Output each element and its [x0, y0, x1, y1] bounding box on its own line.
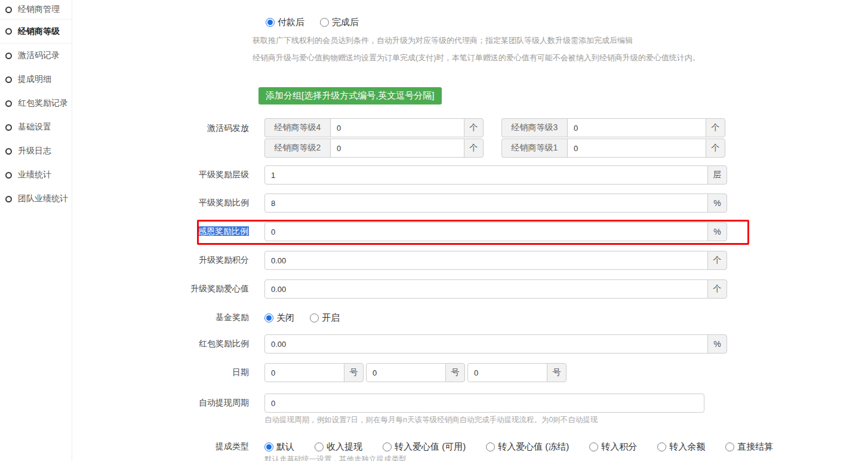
commission-type-help-text: 默认走基础统一设置，其他走独立提成类型 — [264, 454, 868, 461]
peer-reward-level-group: 层 — [264, 165, 727, 185]
fund-reward-radio-group: 关闭 开启 — [264, 312, 340, 323]
activation-code-label: 激活码发放 — [72, 123, 264, 134]
level2-prefix-label: 经销商等级2 — [264, 139, 330, 158]
unit-suffix: 个 — [706, 118, 725, 137]
sidebar: 经销商管理 经销商等级 激活码记录 提成明细 红包奖励记录 基础设置 升级日志 … — [0, 0, 72, 461]
peer-reward-ratio-input[interactable] — [264, 193, 708, 213]
upgrade-reward-love-group: 个 — [264, 279, 727, 299]
circle-icon — [5, 28, 12, 35]
circle-icon — [5, 76, 12, 83]
upgrade-reward-love-label: 升级奖励爱心值 — [72, 284, 264, 294]
sidebar-item-team-performance-stats[interactable]: 团队业绩统计 — [0, 187, 72, 211]
redpacket-reward-ratio-label: 红包奖励比例 — [72, 339, 264, 349]
circle-icon — [5, 124, 12, 131]
sidebar-item-label: 基础设置 — [18, 122, 51, 133]
peer-reward-level-input[interactable] — [264, 165, 708, 185]
sidebar-item-label: 经销商等级 — [18, 26, 60, 37]
radio-commission-balance[interactable]: 转入余额 — [657, 441, 705, 453]
auto-withdraw-cycle-group — [264, 394, 704, 413]
radio-after-payment-input[interactable] — [266, 18, 275, 27]
selected-label-highlight: 感恩奖励比例 — [198, 226, 249, 236]
day-suffix: 号 — [445, 363, 465, 382]
radio-commission-love-available[interactable]: 转入爱心值 (可用) — [383, 441, 466, 453]
radio-commission-income-withdraw-input[interactable] — [315, 442, 324, 451]
circle-icon — [5, 196, 12, 202]
radio-fund-on-input[interactable] — [310, 314, 319, 322]
level3-input[interactable] — [567, 118, 706, 137]
radio-commission-love-frozen-input[interactable] — [486, 442, 495, 451]
circle-icon — [5, 148, 12, 155]
circle-icon — [5, 100, 12, 107]
commission-type-radio-group: 默认 收入提现 转入爱心值 (可用) 转入爱心值 (冻结) 转入积分 转入余额 — [264, 441, 773, 452]
sidebar-item-label: 业绩统计 — [18, 170, 51, 180]
percent-suffix: % — [707, 222, 727, 241]
radio-fund-off[interactable]: 关闭 — [264, 312, 294, 324]
radio-commission-direct-settle-input[interactable] — [725, 442, 734, 451]
upgrade-help-text-1: 获取推广下线权利的会员达到条件，自动升级为对应等级的代理商；指定某团队等级人数升… — [253, 35, 868, 44]
sidebar-item-label: 激活码记录 — [18, 50, 60, 61]
sidebar-item-dealer-management[interactable]: 经销商管理 — [0, 0, 72, 20]
sidebar-item-label: 团队业绩统计 — [18, 193, 68, 204]
sidebar-item-dealer-level[interactable]: 经销商等级 — [0, 20, 72, 44]
layer-suffix: 层 — [707, 165, 727, 185]
date-input-2[interactable] — [366, 363, 446, 382]
sidebar-item-redpacket-records[interactable]: 红包奖励记录 — [0, 91, 72, 115]
upgrade-reward-love-input[interactable] — [264, 279, 708, 299]
sidebar-item-commission-detail[interactable]: 提成明细 — [0, 67, 72, 91]
radio-label: 转入余额 — [669, 441, 705, 453]
activation-level1-group: 经销商等级1 个 — [501, 139, 725, 158]
radio-commission-points[interactable]: 转入积分 — [589, 441, 637, 453]
radio-commission-love-available-input[interactable] — [383, 442, 392, 451]
radio-commission-love-frozen[interactable]: 转入爱心值 (冻结) — [486, 441, 569, 453]
radio-commission-direct-settle[interactable]: 直接结算 — [725, 441, 773, 453]
radio-commission-default[interactable]: 默认 — [264, 441, 294, 453]
radio-label: 收入提现 — [327, 441, 362, 453]
peer-reward-ratio-row: 平级奖励比例 % — [72, 193, 868, 213]
date-row: 日期 号 号 号 — [72, 363, 868, 382]
upgrade-reward-points-row: 升级奖励积分 个 — [72, 251, 868, 270]
radio-after-completion-input[interactable] — [320, 18, 329, 27]
sidebar-item-upgrade-log[interactable]: 升级日志 — [0, 139, 72, 163]
upgrade-reward-points-input[interactable] — [264, 251, 708, 270]
redpacket-reward-ratio-input[interactable] — [264, 334, 708, 354]
radio-after-payment[interactable]: 付款后 — [266, 17, 304, 28]
date-group-1: 号 — [264, 363, 364, 382]
auto-withdraw-cycle-input[interactable] — [264, 394, 704, 413]
activation-level3-group: 经销商等级3 个 — [501, 118, 725, 137]
radio-label: 付款后 — [278, 17, 304, 28]
level4-input[interactable] — [330, 118, 464, 137]
upgrade-reward-points-group: 个 — [264, 251, 727, 270]
radio-label: 转入爱心值 (可用) — [395, 441, 466, 453]
circle-icon — [5, 172, 12, 179]
radio-commission-balance-input[interactable] — [657, 442, 666, 451]
unit-suffix: 个 — [706, 139, 725, 158]
circle-icon — [5, 7, 12, 13]
add-group-button[interactable]: 添加分组[选择升级方式编号,英文逗号分隔] — [258, 87, 442, 105]
level3-prefix-label: 经销商等级3 — [501, 118, 567, 137]
redpacket-reward-ratio-row: 红包奖励比例 % — [72, 334, 868, 354]
sidebar-item-basic-settings[interactable]: 基础设置 — [0, 115, 72, 139]
date-input-3[interactable] — [467, 363, 547, 382]
radio-commission-default-input[interactable] — [264, 442, 273, 451]
upgrade-reward-points-label: 升级奖励积分 — [72, 255, 264, 266]
radio-after-completion[interactable]: 完成后 — [320, 17, 359, 28]
radio-commission-income-withdraw[interactable]: 收入提现 — [315, 441, 362, 453]
sidebar-item-label: 升级日志 — [18, 146, 51, 156]
radio-fund-on[interactable]: 开启 — [310, 312, 340, 324]
activation-code-grid: 经销商等级4 个 经销商等级3 个 经销商等级2 个 经销商等级1 个 — [264, 118, 725, 158]
radio-fund-off-input[interactable] — [264, 314, 273, 322]
sidebar-item-label: 提成明细 — [18, 74, 51, 85]
level2-input[interactable] — [330, 139, 464, 158]
radio-commission-points-input[interactable] — [589, 442, 598, 451]
level1-input[interactable] — [567, 139, 706, 158]
radio-label: 默认 — [276, 441, 294, 453]
upgrade-reward-love-row: 升级奖励爱心值 个 — [72, 279, 868, 299]
date-group-2: 号 — [366, 363, 465, 382]
sidebar-item-activation-records[interactable]: 激活码记录 — [0, 44, 72, 67]
activation-level2-group: 经销商等级2 个 — [264, 139, 484, 158]
main-content: 付款后 完成后 获取推广下线权利的会员达到条件，自动升级为对应等级的代理商；指定… — [72, 0, 868, 461]
date-input-1[interactable] — [264, 363, 344, 382]
level4-prefix-label: 经销商等级4 — [264, 118, 330, 137]
thanks-reward-ratio-input[interactable] — [264, 222, 708, 241]
sidebar-item-performance-stats[interactable]: 业绩统计 — [0, 163, 72, 187]
